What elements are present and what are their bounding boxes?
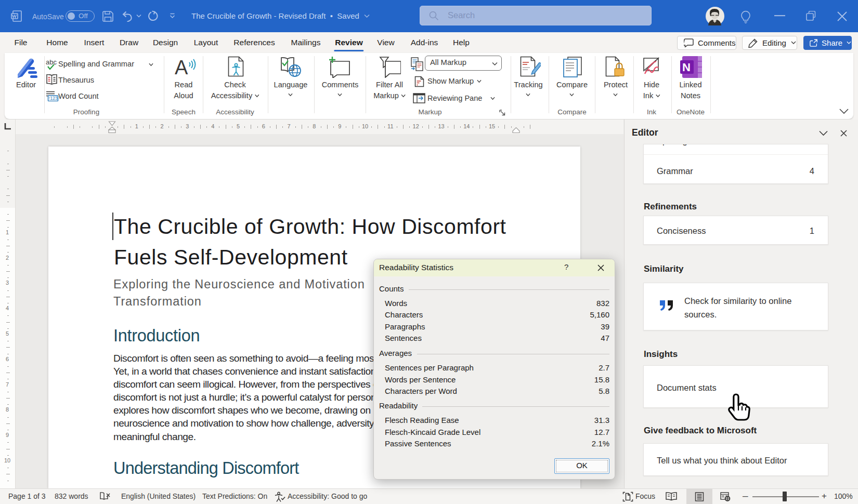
svg-text:abc: abc [46,59,57,66]
svg-text:A: A [175,57,188,76]
svg-text:N: N [682,61,691,74]
svg-text:123: 123 [50,96,58,101]
